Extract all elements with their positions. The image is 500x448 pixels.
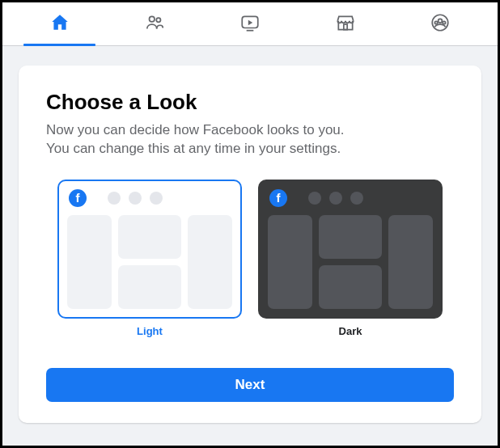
facebook-logo-icon: f <box>69 189 87 207</box>
content-area: Choose a Look Now you can decide how Fac… <box>2 46 498 446</box>
marketplace-icon <box>335 12 356 36</box>
watch-icon <box>239 12 261 36</box>
placeholder-dot <box>329 192 342 205</box>
svg-point-0 <box>150 16 155 22</box>
placeholder-dot <box>150 192 163 205</box>
dark-label: Dark <box>339 325 362 337</box>
groups-icon <box>430 12 451 36</box>
nav-home[interactable] <box>12 2 108 45</box>
svg-point-1 <box>157 18 161 22</box>
placeholder-block <box>67 215 112 309</box>
dark-preview: f <box>258 180 443 319</box>
placeholder-block <box>118 265 180 309</box>
next-button[interactable]: Next <box>46 368 454 402</box>
nav-friends[interactable] <box>108 2 203 45</box>
placeholder-block <box>319 215 381 259</box>
svg-rect-4 <box>343 24 346 29</box>
light-preview: f <box>57 180 242 319</box>
placeholder-block <box>388 215 433 309</box>
placeholder-dot <box>308 192 321 205</box>
light-label: Light <box>137 325 163 337</box>
nav-marketplace[interactable] <box>298 2 393 45</box>
placeholder-block <box>268 215 312 309</box>
home-icon <box>49 12 70 36</box>
placeholder-block <box>118 215 180 259</box>
theme-option-dark[interactable]: f Dark <box>258 180 443 337</box>
placeholder-dot <box>108 192 121 205</box>
placeholder-block <box>188 215 232 309</box>
svg-point-7 <box>435 21 438 23</box>
facebook-logo-icon: f <box>269 189 287 207</box>
svg-point-6 <box>439 19 443 23</box>
friends-icon <box>144 12 165 36</box>
nav-groups[interactable] <box>392 2 488 45</box>
dialog-description: Now you can decide how Facebook looks to… <box>46 121 454 158</box>
svg-point-8 <box>443 21 445 23</box>
placeholder-dot <box>129 192 142 205</box>
nav-watch[interactable] <box>202 2 298 45</box>
theme-option-light[interactable]: f Light <box>57 180 242 337</box>
theme-options: f Light <box>46 180 454 337</box>
dialog-title: Choose a Look <box>46 90 454 115</box>
placeholder-block <box>319 265 381 309</box>
choose-look-card: Choose a Look Now you can decide how Fac… <box>19 66 481 423</box>
placeholder-dot <box>350 192 363 205</box>
top-nav <box>2 2 498 46</box>
